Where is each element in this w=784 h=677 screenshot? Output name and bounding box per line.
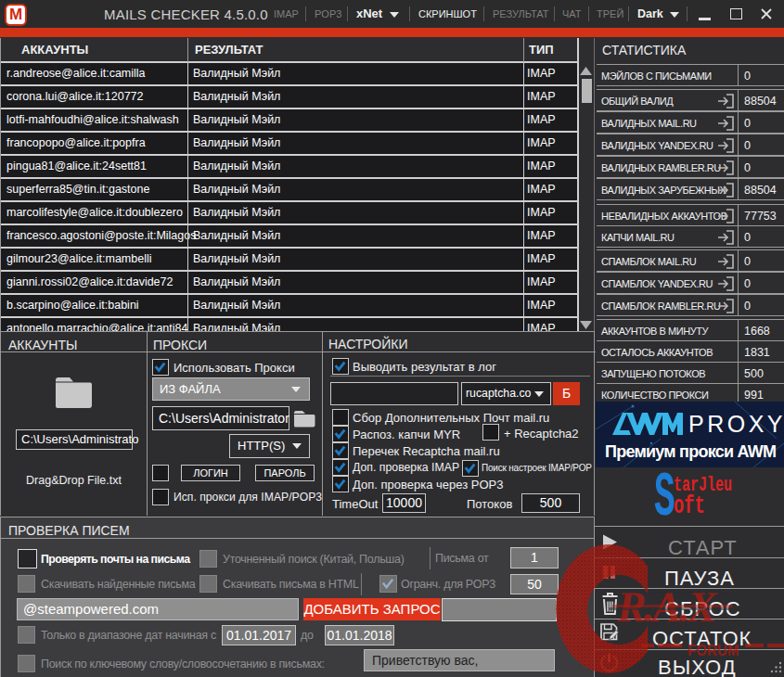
svg-text:Премиум прокси AWM: Премиум прокси AWM — [605, 442, 777, 461]
svg-text:PROXY: PROXY — [688, 411, 784, 437]
